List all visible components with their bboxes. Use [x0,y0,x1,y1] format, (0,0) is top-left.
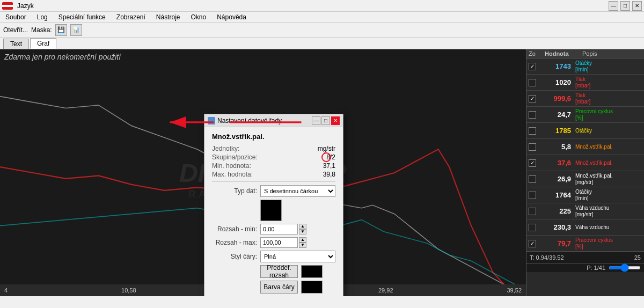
rozsah-min-up[interactable]: ▲ [299,224,306,229]
menu-special[interactable]: Speciální funkce [56,13,108,21]
toolbar: Otevřít... Maska: 💾 📊 [0,23,644,38]
row-checkbox-2[interactable] [529,95,536,102]
dialog-minimize-button[interactable]: — [312,116,320,125]
color-swatch-barva [301,281,323,294]
barva-button[interactable]: Barva čáry [260,281,298,294]
row-checkbox-5[interactable] [529,143,536,151]
row-desc-6: Množ.vstřik.pal. [573,160,644,166]
rozsah-max-down[interactable]: ▼ [299,243,306,248]
row-value-9: 225 [538,207,573,215]
row-checkbox-6[interactable] [529,159,536,167]
typ-select[interactable]: S desetinnou čárkou Celé číslo Hexadecim… [260,185,335,197]
close-button[interactable]: ✕ [632,1,642,11]
styl-label: Styl čáry: [212,253,260,260]
dialog-max-row: Max. hodnota: 39,8 [212,171,335,178]
chart-icon[interactable]: 📊 [70,24,82,36]
menu-bar: Soubor Log Speciální funkce Zobrazení Ná… [0,12,644,23]
rozsah-max-input[interactable] [260,237,298,248]
row-value-11: 79,7 [538,239,573,247]
list-item: 230,3 Váha vzduchu [526,219,644,236]
menu-log[interactable]: Log [35,13,50,21]
typ-label: Typ dat: [212,187,260,195]
row-checkbox-10[interactable] [529,224,536,231]
row-desc-7: Množ.vstřik.pal.[mg/str] [573,173,644,186]
row-desc-10: Váha vzduchu [573,224,644,231]
menu-soubor[interactable]: Soubor [3,13,28,21]
row-checkbox-8[interactable] [529,192,536,199]
rozsah-min-label: Rozsah - min: [212,225,260,233]
row-checkbox-7[interactable] [529,175,536,183]
row-checkbox-11[interactable] [529,240,536,247]
rph-popis: Popis [582,50,642,57]
preddef-button[interactable]: Předdef. rozsah [260,265,298,278]
styl-select[interactable]: Plná Přerušovaná Tečkovaná [260,251,335,262]
dialog-min-row: Min. hodnota: 37,1 [212,162,335,170]
typ-row: Typ dat: S desetinnou čárkou Celé číslo … [212,185,335,197]
list-item: 1785 Otáčky [526,123,644,139]
menu-nastroje[interactable]: Nástroje [154,13,182,21]
rozsah-max-spinner: ▲ ▼ [260,237,335,248]
row-checkbox-1[interactable] [529,79,536,86]
row-checkbox-9[interactable] [529,208,536,215]
rozsah-max-up[interactable]: ▲ [299,237,306,243]
list-item: 1764 Otáčky[/min] [526,187,644,203]
row-value-2: 999,6 [538,94,573,102]
rozsah-min-spinbtns: ▲ ▼ [299,224,306,234]
t-value: T: 0.94/39.52 [530,254,564,261]
jednotky-value: mg/str [318,145,335,152]
chart-area: Zdarma jen pro nekomerční použití DIESEL… [0,49,526,296]
rozsah-min-down[interactable]: ▼ [299,229,306,234]
dialog-titlebar: Nastavení datové řady — □ ✕ [204,114,343,127]
tabs-bar: Text Graf [0,38,644,49]
flag-icon [2,2,13,10]
list-item: 79,7 Pracovní cyklus[%] [526,236,644,252]
right-panel-header: Zo Hodnota Popis [526,49,644,58]
p-value: 25 [634,254,641,261]
max-label: Max. hodnota: [212,171,253,178]
tab-graf[interactable]: Graf [30,38,56,49]
slider[interactable] [609,266,641,269]
save-icon[interactable]: 💾 [55,24,67,36]
jednotky-label: Jednotky: [212,145,239,152]
row-value-7: 26,9 [538,175,573,183]
menu-napoveda[interactable]: Nápověda [215,13,248,21]
minimize-button[interactable]: — [609,1,618,11]
x-label-3: 29,92 [378,287,393,294]
row-value-10: 230,3 [538,223,573,231]
menu-okno[interactable]: Okno [189,13,209,21]
row-desc-8: Otáčky[/min] [573,189,644,202]
right-panel-page: P: 1/41 [526,263,644,272]
rozsah-min-row: Rozsah - min: ▲ ▼ [212,224,335,234]
p-label: P: 1/41 [587,265,605,271]
dialog-divider [212,181,335,182]
dialog-controls: — □ ✕ [312,116,340,125]
dialog-close-button[interactable]: ✕ [331,116,340,125]
main-area: Zdarma jen pro nekomerční použití DIESEL… [0,49,644,296]
title-bar-controls: — □ ✕ [609,1,642,11]
dialog-skupina-row: Skupina/pozice: 8/2 [212,153,335,161]
right-panel: Zo Hodnota Popis 1743 Otáčky[/min] 1020 … [526,49,644,296]
row-value-8: 1764 [538,191,573,199]
rozsah-max-row: Rozsah - max: ▲ ▼ [212,237,335,248]
list-item: 5,8 Množ.vstřik.pal. [526,139,644,155]
row-checkbox-4[interactable] [529,127,536,135]
dialog-maximize-button[interactable]: □ [321,116,330,125]
x-label-4: 39,52 [507,287,522,294]
list-item: 999,6 Tlak[mbar] [526,91,644,107]
row-value-1: 1020 [538,78,573,86]
dialog-jednotky-row: Jednotky: mg/str [212,145,335,152]
x-label-0: 4 [4,287,8,294]
dialog-title-text: Nastavení datové řady [217,117,282,124]
row-checkbox-0[interactable] [529,63,536,70]
rozsah-min-input[interactable] [260,224,298,234]
row-checkbox-3[interactable] [529,111,536,119]
tab-text[interactable]: Text [3,39,29,49]
menu-zobrazeni[interactable]: Zobrazení [114,13,148,21]
row-desc-3: Pracovní cyklus[%] [573,108,644,121]
color-preview [260,200,282,221]
maximize-button[interactable]: □ [620,1,630,11]
row-value-4: 1785 [538,127,573,135]
dialog-title-icon [208,117,215,124]
rozsah-max-label: Rozsah - max: [212,239,260,246]
skupina-label: Skupina/pozice: [212,153,258,161]
